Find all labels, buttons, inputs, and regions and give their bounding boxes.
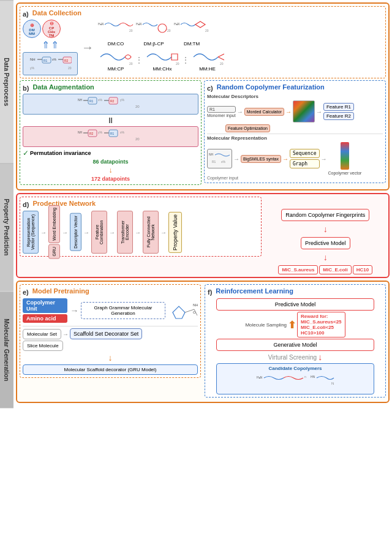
word-embedding-box: Word Embedding [48,205,60,243]
to-points: 172 datapoints [91,176,130,182]
polymer-aug-1: NH R1 x% R2 y% 20 [23,94,198,115]
data-augmentation-box: b) Data Augmentation NH R1 x% [20,80,202,185]
prodective-network-title: Prodective Network [32,200,96,207]
feature-r1-box: Feature R1 [323,103,354,111]
feature-opt-box: Feature Optimization [225,124,270,132]
slice-molecule-box: Slice Molecule [23,341,63,351]
dm-bcp-box: H₂N 20 DM:β-CP [135,20,172,47]
model-pretraining-box: e) Model Pretraining Copolymer Unit Amin… [20,284,201,378]
svg-text:20: 20 [135,137,140,141]
reward-box: Reward for: MIC_S.aureus<25 MIC_E.coli<2… [297,312,345,337]
svg-text:NH₂: NH₂ [193,303,198,307]
arrow-up-cp: ⇑ [51,39,59,51]
arrow-down-pred: ↓ [323,224,328,234]
section-d-letter: d) [23,201,29,208]
svg-text:R1: R1 [110,132,115,135]
svg-text:y%: y% [120,98,125,102]
polymer-aug-svg-1: NH R1 x% R2 y% 20 [77,96,145,111]
arrow-net-4: → [109,229,115,236]
graph-grammar-box: Graph Grammar Molecular Generation [81,302,165,319]
section-f-letter: f) [208,288,212,296]
polymer-aug-2: NH R2 y% R1 x% 20 [23,126,198,147]
svg-text:n: n [304,375,306,379]
copolymer-structure-box: NH R1 x% [207,149,232,168]
graph-label: Graph [290,159,320,168]
section-e-letter: e) [23,288,29,296]
dm-mm-circle: ⊕ DM MM [23,20,41,38]
svg-text:x%: x% [120,130,125,134]
side-label-property-prediction: Property Prediction [0,163,13,291]
svg-text:20: 20 [167,29,171,32]
arrow-net-6: → [160,229,167,236]
mol-descriptors-label: Molecular Descriptors [207,94,383,99]
feature-combination-box: Feature Combination [91,211,107,254]
dm-tm-svg: H₂N 20 [173,20,210,41]
check-icon: ✓ [23,149,29,157]
dm-co-box: H₂N 20 DM:CO [97,20,134,47]
svg-text:H₂N: H₂N [174,22,180,26]
bigsmiles-box: BigSMILES syntax [241,155,281,163]
arrow-bigsmiles: → [233,156,239,162]
big-arrow-left: ⬆ [288,319,296,331]
gru-model-box: Molecular Scaffold decorator (GRU Model) [23,364,198,375]
property-prediction-section: d) Prodective Network Representation Vec… [16,193,390,278]
svg-text:R1: R1 [89,99,94,103]
arrow-up-dm: ⇑ [42,39,50,51]
featurization-title: Random Copolymer Featurization [217,83,325,91]
prediction-right-side: Random Copolymer Fingerprints ↓ Predicti… [265,197,386,274]
molecule-generated-svg: NH₂ O [170,300,198,322]
amino-acid-label: Amino acid [23,314,67,323]
mm-chx-svg: 20 [144,48,181,66]
svg-text:20: 20 [176,62,179,66]
dm-tm-box: H₂N 20 DM:TM [173,20,210,47]
rl-predictive-model-box: Predictive Model [216,298,374,311]
copolymer-vector-label: Copolymer vector [328,171,362,175]
equals-sign: II [23,116,198,125]
svg-text:H₂N: H₂N [136,22,142,26]
hc10-box: HC10 [353,265,372,274]
mic-aureus-box: MIC_S.aureus [278,265,318,274]
reinforcement-learning-wrapper: f) Reinforcement Learning Predictive Mod… [205,284,386,399]
arrow-morded-2: → [285,108,292,115]
arrow-to-graph: → [70,306,78,315]
reward-2: MIC_E.coli<25 [301,325,341,330]
arrow-net-2: → [62,229,68,236]
rep-vector-box: Representation Vector (Sequence) [23,211,39,254]
svg-text:H₂N: H₂N [257,375,263,379]
svg-text:20: 20 [68,66,72,70]
svg-text:20: 20 [129,29,133,32]
dm-bcp-svg: H₂N 20 [135,20,172,41]
mm-cp-label: MM:CP [108,66,124,72]
candidate-label: Candidate Copolymers [220,366,370,371]
dm-co-label: DM:CO [108,41,124,47]
down-arrow-aug: ↓ [109,166,113,175]
side-label-molecular-generation: Molecular Generation [0,292,13,408]
fully-connected-box: Fully Connected Network [143,211,159,254]
molecular-set-box: Molecular Set [23,329,61,339]
svg-text:20: 20 [135,105,140,108]
mm-he-label: MM:HE [199,66,216,72]
svg-text:20: 20 [220,62,224,66]
gru-box: GRU [48,244,60,259]
feature-r2-box: Feature R2 [323,112,354,120]
arrow-features: → [316,108,322,115]
svg-text:R1: R1 [43,59,48,62]
arrow-down-pred2: ↓ [323,252,328,262]
prodective-network-box: d) Prodective Network Representation Vec… [20,197,262,257]
arrow-right-collection: → [81,40,94,55]
svg-text:20: 20 [129,62,133,66]
arrow-bigsmiles-2: → [282,156,288,162]
ellipsis-col: ⋮ [135,56,143,64]
reinforcement-learning-title: Reinforcement Learning [216,287,293,295]
section-a-letter: a) [23,10,29,18]
svg-text:H₂N: H₂N [98,22,104,26]
svg-text:x%: x% [98,98,103,102]
dm-bcp-label: DM:β-CP [143,41,164,47]
side-label-data-preprocess: Data Preprocess [0,0,13,163]
arrow-net-1: → [40,229,47,236]
mm-he-svg: 20 [190,48,224,66]
copolymer-vector-visual [341,142,349,170]
polymer-structure-left: NH R1 x% R2 y% 20 [23,52,78,75]
reward-1: MIC_S.aureus<25 [301,319,341,325]
mm-cp-svg: 20 [97,48,134,66]
